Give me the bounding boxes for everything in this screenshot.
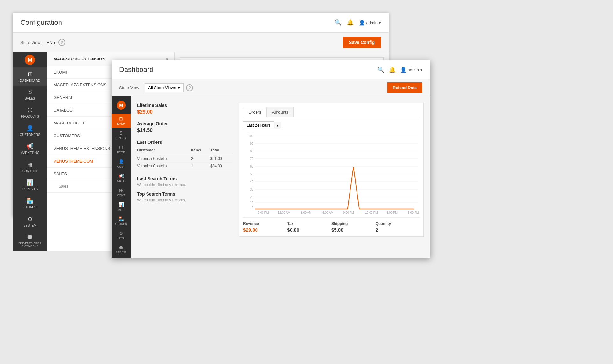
- save-config-button[interactable]: Save Config: [343, 37, 381, 48]
- config-toolbar: Store View: EN ▾ ? Save Config: [13, 33, 389, 52]
- order-total: $34.00: [210, 164, 233, 168]
- dash-sidebar-system[interactable]: ⚙ SYS: [112, 228, 131, 242]
- dash-sidebar-products[interactable]: ⬡ PROD: [112, 142, 131, 157]
- dash-sidebar-stores[interactable]: 🏪 STORES: [112, 214, 131, 228]
- nav-label: SALES: [116, 136, 126, 140]
- sidebar-item-stores[interactable]: 🏪 STORES: [13, 194, 47, 212]
- metric-tax: Tax $0.00: [287, 221, 332, 233]
- dash-sidebar-reports[interactable]: 📊 RPT: [112, 200, 131, 214]
- help-icon[interactable]: ?: [186, 84, 193, 91]
- revenue-value: $29.00: [243, 227, 287, 233]
- reports-icon: 📊: [119, 202, 124, 207]
- lifetime-sales-block: Lifetime Sales $29.00: [137, 103, 233, 115]
- help-icon[interactable]: ?: [58, 39, 65, 46]
- tab-orders[interactable]: Orders: [243, 107, 267, 117]
- dashboard-header-right: 🔍 🔔 👤 admin ▾: [377, 66, 422, 73]
- svg-text:40: 40: [250, 180, 253, 184]
- sidebar-item-customers[interactable]: 👤 CUSTOMERS: [13, 122, 47, 140]
- last-search-empty: We couldn't find any records.: [137, 183, 233, 187]
- tab-amounts[interactable]: Amounts: [267, 107, 294, 117]
- nav-label: DASH: [117, 122, 125, 125]
- chevron-down-icon: ▾: [420, 67, 422, 72]
- svg-text:9:00 AM: 9:00 AM: [343, 211, 354, 214]
- sidebar-item-reports[interactable]: 📊 REPORTS: [13, 176, 47, 194]
- reload-data-button[interactable]: Reload Data: [387, 82, 422, 93]
- svg-text:30: 30: [250, 188, 253, 191]
- store-view-container: Store View: All Store Views ▾ ?: [119, 83, 193, 92]
- nav-label: CUST: [117, 165, 125, 168]
- store-view-value: EN: [47, 40, 52, 45]
- dash-sidebar-extensions[interactable]: ⬣ FIND EXT: [112, 242, 131, 256]
- dash-sidebar-marketing[interactable]: 📢 MKTG: [112, 171, 131, 185]
- products-icon: ⬡: [27, 107, 32, 114]
- sidebar-item-marketing[interactable]: 📢 MARKETING: [13, 140, 47, 158]
- dash-sidebar-content[interactable]: ▦ CONT: [112, 185, 131, 200]
- admin-label: admin: [408, 67, 419, 72]
- chart-filter: Last 24 Hours ▾: [243, 121, 420, 130]
- dashboard-main: Lifetime Sales $29.00 Average Order $14.…: [131, 96, 430, 258]
- sidebar-item-sales[interactable]: $ SALES: [13, 86, 47, 103]
- admin-user-menu[interactable]: 👤 admin ▾: [359, 20, 381, 26]
- store-view-dropdown[interactable]: All Store Views ▾: [145, 83, 184, 92]
- sidebar-item-label: MARKETING: [20, 151, 39, 155]
- last-search-section: Last Search Terms We couldn't find any r…: [137, 176, 233, 187]
- top-search-title: Top Search Terms: [137, 192, 233, 197]
- dashboard-left-panel: Lifetime Sales $29.00 Average Order $14.…: [137, 103, 233, 251]
- sidebar-item-products[interactable]: ⬡ PRODUCTS: [13, 103, 47, 122]
- avg-order-value: $14.50: [137, 128, 233, 133]
- svg-text:9:00 PM: 9:00 PM: [258, 211, 269, 214]
- customer-name: Veronica Costello: [137, 164, 191, 168]
- dashboard-toolbar: Store View: All Store Views ▾ ? Reload D…: [112, 79, 430, 96]
- sidebar-item-content[interactable]: ▦ CONTENT: [13, 158, 47, 176]
- store-view-select[interactable]: EN ▾: [47, 40, 56, 45]
- svg-text:12:00 PM: 12:00 PM: [365, 211, 378, 214]
- order-total: $61.00: [210, 157, 233, 161]
- dashboard-icon: ⊞: [28, 71, 32, 78]
- admin-user-menu[interactable]: 👤 admin ▾: [400, 67, 422, 73]
- store-view-value: All Store Views: [148, 85, 176, 90]
- svg-text:0: 0: [252, 206, 253, 210]
- dashboard-sidebar: M ⊞ DASH $ SALES ⬡ PROD 👤 CUST 📢 MKTG: [112, 96, 131, 258]
- stores-icon: 🏪: [26, 197, 33, 204]
- dash-sidebar-sales[interactable]: $ SALES: [112, 128, 131, 142]
- sidebar-item-label: REPORTS: [22, 187, 38, 191]
- bell-icon[interactable]: 🔔: [347, 19, 354, 26]
- svg-text:3:00 AM: 3:00 AM: [301, 211, 312, 214]
- dash-sidebar-dashboard[interactable]: ⊞ DASH: [112, 114, 131, 128]
- search-icon[interactable]: 🔍: [377, 66, 384, 73]
- svg-text:6:00 PM: 6:00 PM: [408, 211, 419, 214]
- chevron-down-icon: ▾: [379, 20, 381, 25]
- sidebar-item-system[interactable]: ⚙ SYSTEM: [13, 212, 47, 230]
- svg-text:80: 80: [250, 150, 253, 153]
- metric-quantity: Quantity 2: [376, 221, 420, 233]
- search-icon[interactable]: 🔍: [335, 19, 342, 26]
- svg-text:12:00 AM: 12:00 AM: [278, 211, 290, 214]
- svg-text:70: 70: [250, 157, 253, 161]
- sidebar-item-extensions[interactable]: ⬣ FIND PARTNERS & EXTENSIONS: [13, 230, 47, 251]
- content-icon: ▦: [119, 188, 123, 193]
- sidebar-item-dashboard[interactable]: ⊞ DASHBOARD: [13, 67, 47, 86]
- last-orders-block: Last Orders Customer Items Total Veronic…: [137, 140, 233, 170]
- dash-sidebar-customers[interactable]: 👤 CUST: [112, 157, 131, 171]
- chart-area: 100 90 80 70 60 50 40 30 20 10 0: [243, 133, 420, 212]
- sales-icon: $: [120, 130, 122, 136]
- reports-icon: 📊: [26, 179, 33, 186]
- store-view-label: Store View:: [20, 40, 41, 45]
- last-search-title: Last Search Terms: [137, 176, 233, 181]
- menu-section-label: MAGESTORE EXTENSION: [54, 57, 105, 61]
- magento-logo: M: [25, 55, 35, 65]
- user-icon: 👤: [400, 67, 407, 73]
- col-total: Total: [210, 148, 233, 152]
- chart-filter-button[interactable]: Last 24 Hours: [243, 121, 274, 130]
- chart-filter-arrow[interactable]: ▾: [274, 122, 281, 129]
- dashboard-chart-panel: Orders Amounts Last 24 Hours ▾: [239, 103, 424, 251]
- chevron-down-icon: ▾: [178, 85, 180, 90]
- bell-icon[interactable]: 🔔: [389, 66, 396, 73]
- svg-text:50: 50: [250, 172, 253, 176]
- dashboard-window: Dashboard 🔍 🔔 👤 admin ▾ Store View: All …: [112, 60, 430, 258]
- svg-text:90: 90: [250, 142, 253, 145]
- sidebar-item-label: CUSTOMERS: [20, 133, 40, 136]
- item-count: 1: [191, 164, 210, 168]
- sidebar-item-label: SALES: [25, 97, 35, 100]
- chart-container: Orders Amounts Last 24 Hours ▾: [239, 103, 424, 237]
